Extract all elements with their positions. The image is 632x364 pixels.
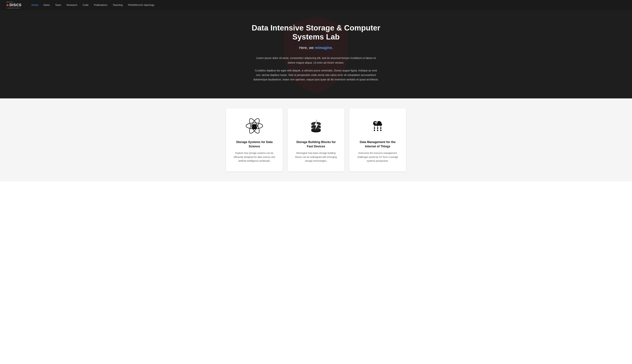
hero-subtitle: Here, we reimagine. xyxy=(299,45,333,51)
nav-news[interactable]: News xyxy=(44,4,50,6)
nav-teaching[interactable]: Teaching xyxy=(113,4,123,6)
card-storage-building-title: Storage Building Blocks for Fast Devices xyxy=(294,140,338,148)
card-storage-science-desc: Explore how storage systems can be effic… xyxy=(232,151,277,163)
svg-point-28 xyxy=(380,130,381,131)
nav-team[interactable]: Team xyxy=(55,4,61,6)
card-iot-desc: Overcome the resource management challen… xyxy=(355,151,400,163)
card-storage-science: Storage Systems for Data Science Explore… xyxy=(226,108,283,171)
card-storage-building: Storage Building Blocks for Fast Devices… xyxy=(288,108,344,171)
nav-links: Home News Team Research Code Publication… xyxy=(32,4,154,6)
card-iot: Data Management for the Internet of Thin… xyxy=(349,108,406,171)
lightning-storage-icon xyxy=(307,117,325,135)
svg-point-25 xyxy=(380,128,381,129)
card-iot-title: Data Management for the Internet of Thin… xyxy=(355,140,400,148)
svg-point-22 xyxy=(376,123,377,124)
svg-point-26 xyxy=(374,130,375,131)
hero-title: Data Intensive Storage & Computer System… xyxy=(241,23,391,41)
logo-lab: LABORATORY xyxy=(7,7,22,9)
hero-paragraph-1: Lorem ipsum dolor sit amet, consectetur … xyxy=(253,56,379,65)
nav-publications[interactable]: Publications xyxy=(94,4,108,6)
nav-code[interactable]: Code xyxy=(83,4,89,6)
svg-point-23 xyxy=(374,128,375,129)
navigation: McGILL ▶DISCS LABORATORY Home News Team … xyxy=(0,0,632,10)
logo-discs: ▶DISCS xyxy=(7,3,22,7)
cloud-iot-icon xyxy=(368,117,387,135)
cards-section: Storage Systems for Data Science Explore… xyxy=(0,98,632,181)
card-storage-science-title: Storage Systems for Data Science xyxy=(232,140,277,148)
logo-mcgill: McGILL xyxy=(7,1,22,3)
svg-point-12 xyxy=(252,128,257,130)
nav-openings[interactable]: PhD/MSc/UG Openings xyxy=(128,4,154,6)
card-storage-building-desc: Reimagine how basic storage building blo… xyxy=(294,151,338,163)
hero-paragraph-2: Curabitur dapibus leo eget velit aliquet… xyxy=(253,68,379,82)
nav-home[interactable]: Home xyxy=(32,4,38,6)
logo[interactable]: McGILL ▶DISCS LABORATORY xyxy=(7,1,22,9)
atom-storage-icon xyxy=(245,117,264,135)
svg-point-24 xyxy=(377,128,378,129)
svg-point-27 xyxy=(377,130,378,131)
hero-subtitle-prefix: Here, we xyxy=(299,46,315,50)
hero-subtitle-highlight: reimagine. xyxy=(315,46,333,50)
nav-research[interactable]: Research xyxy=(67,4,77,6)
hero-section: INO DO Data Intensive Storage & Computer… xyxy=(0,10,632,98)
